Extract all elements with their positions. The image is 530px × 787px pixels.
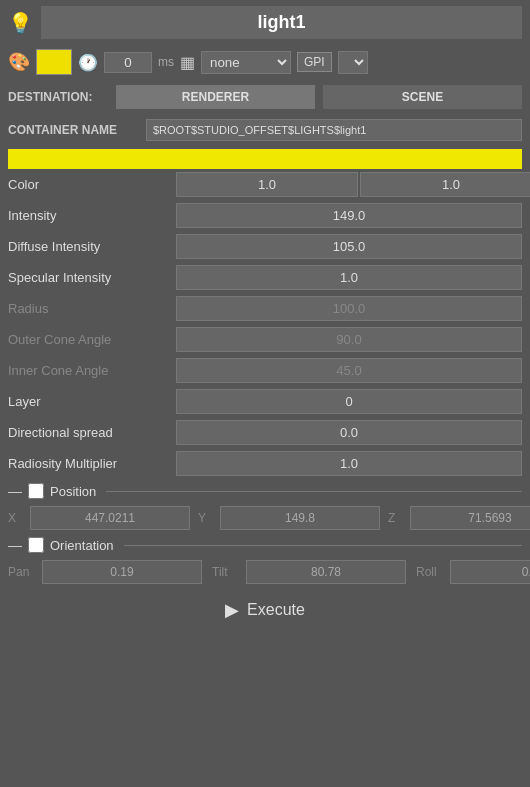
pan-tilt-roll-row: Pan Tilt Roll [0,557,530,587]
container-name-label: CONTAINER NAME [8,123,138,137]
prop-row-inner-cone: Inner Cone Angle [0,355,530,386]
color-swatch-row [0,145,530,169]
color-r-input[interactable] [176,172,358,197]
z-label: Z [388,511,406,525]
roll-label: Roll [416,565,446,579]
x-label: X [8,511,26,525]
z-input[interactable] [410,506,530,530]
roll-input[interactable] [450,560,530,584]
position-title: Position [50,484,96,499]
toolbar-dropdown[interactable]: ▼ [338,51,368,74]
grid-icon: ▦ [180,53,195,72]
y-label: Y [198,511,216,525]
properties-list: Intensity Diffuse Intensity Specular Int… [0,200,530,479]
orientation-title: Orientation [50,538,114,553]
orientation-line [124,545,522,546]
prop-value-outer-cone[interactable] [176,327,522,352]
execute-icon: ▶ [225,599,239,621]
prop-row-directional-spread: Directional spread [0,417,530,448]
position-line [106,491,522,492]
prop-value-radius[interactable] [176,296,522,321]
prop-value-layer[interactable] [176,389,522,414]
light-icon: 💡 [8,11,33,35]
orientation-dash: — [8,537,22,553]
prop-label-radiosity: Radiosity Multiplier [8,456,176,471]
container-row: CONTAINER NAME [0,115,530,145]
time-input[interactable] [104,52,152,73]
orientation-section-header: — Orientation [0,533,530,557]
color-swatch-bar[interactable] [8,149,522,169]
ms-label: ms [158,55,174,69]
execute-button[interactable]: Execute [247,601,305,619]
prop-label-specular-intensity: Specular Intensity [8,270,176,285]
xyz-row: X Y Z [0,503,530,533]
clock-icon: 🕐 [78,53,98,72]
prop-value-inner-cone[interactable] [176,358,522,383]
prop-label-intensity: Intensity [8,208,176,223]
palette-icon: 🎨 [8,51,30,73]
prop-label-directional-spread: Directional spread [8,425,176,440]
pan-input[interactable] [42,560,202,584]
position-checkbox[interactable] [28,483,44,499]
gpi-button[interactable]: GPI [297,52,332,72]
prop-value-intensity[interactable] [176,203,522,228]
prop-label-radius: Radius [8,301,176,316]
prop-value-directional-spread[interactable] [176,420,522,445]
color-row: Color [0,169,530,200]
x-input[interactable] [30,506,190,530]
keyframe-select[interactable]: none [201,51,291,74]
prop-label-layer: Layer [8,394,176,409]
container-name-input[interactable] [146,119,522,141]
prop-row-specular-intensity: Specular Intensity [0,262,530,293]
prop-row-radiosity: Radiosity Multiplier [0,448,530,479]
tilt-label: Tilt [212,565,242,579]
window-title: light1 [41,6,522,39]
prop-value-diffuse-intensity[interactable] [176,234,522,259]
y-input[interactable] [220,506,380,530]
prop-label-outer-cone: Outer Cone Angle [8,332,176,347]
prop-label-diffuse-intensity: Diffuse Intensity [8,239,176,254]
prop-row-diffuse-intensity: Diffuse Intensity [0,231,530,262]
color-g-input[interactable] [360,172,530,197]
prop-value-specular-intensity[interactable] [176,265,522,290]
tilt-input[interactable] [246,560,406,584]
position-section-header: — Position [0,479,530,503]
prop-row-radius: Radius [0,293,530,324]
orientation-checkbox[interactable] [28,537,44,553]
scene-button[interactable]: SCENE [323,85,522,109]
prop-value-radiosity[interactable] [176,451,522,476]
prop-label-inner-cone: Inner Cone Angle [8,363,176,378]
prop-row-layer: Layer [0,386,530,417]
renderer-button[interactable]: RENDERER [116,85,315,109]
pan-label: Pan [8,565,38,579]
toolbar-color-swatch[interactable] [36,49,72,75]
color-triple [176,172,530,197]
destination-row: DESTINATION: RENDERER SCENE [0,79,530,115]
prop-row-outer-cone: Outer Cone Angle [0,324,530,355]
execute-row: ▶ Execute [0,587,530,633]
color-label: Color [8,177,176,192]
position-dash: — [8,483,22,499]
toolbar: 🎨 🕐 ms ▦ none GPI ▼ [0,45,530,79]
prop-row-intensity: Intensity [0,200,530,231]
header: 💡 light1 [0,0,530,45]
destination-label: DESTINATION: [8,90,108,104]
